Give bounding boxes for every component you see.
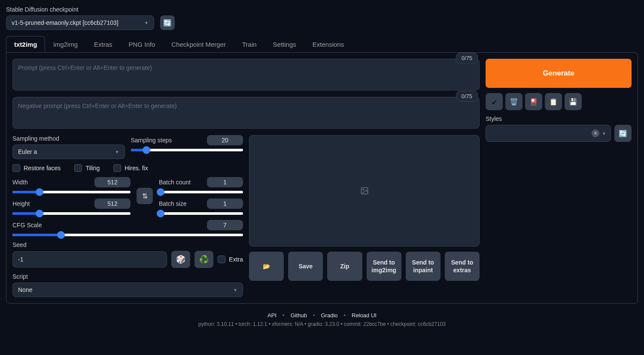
clear-styles-icon[interactable]: × [592,129,599,137]
checkpoint-value: v1-5-pruned-emaonly.ckpt [cc6cb27103] [12,19,118,26]
batch-count-slider[interactable] [159,191,243,193]
prompt-input[interactable] [12,59,480,90]
sampling-steps-label: Sampling steps [131,137,172,144]
cfg-scale-label: CFG Scale [12,222,42,229]
output-image-area [249,135,480,247]
cfg-scale-slider[interactable] [12,234,243,236]
sampling-steps-slider[interactable] [131,149,243,151]
checkpoint-label: Stable Diffusion checkpoint [6,6,154,13]
image-icon [360,187,369,195]
tab-extensions[interactable]: Extensions [304,36,352,52]
generate-button[interactable]: Generate [486,59,632,88]
height-value[interactable]: 512 [94,199,131,209]
batch-size-label: Batch size [159,200,187,207]
clear-prompt-button[interactable]: 🗑️ [505,93,522,110]
batch-count-value[interactable]: 1 [207,177,243,187]
send-to-extras-button[interactable]: Send to extras [445,252,480,281]
batch-count-label: Batch count [159,179,191,186]
script-label: Script [12,273,243,280]
open-folder-button[interactable]: 📂 [249,252,284,281]
batch-size-slider[interactable] [159,212,243,215]
cfg-scale-value[interactable]: 7 [207,220,243,230]
footer-link-github[interactable]: Github [291,312,307,319]
arrow-icon: ↙ [492,98,497,106]
swap-dimensions-button[interactable]: ⇅ [137,188,153,204]
chevron-down-icon: ▼ [233,288,237,292]
extra-seed-label: Extra [229,256,243,263]
swap-icon: ⇅ [142,192,148,200]
negative-prompt-input[interactable] [12,97,480,129]
restore-faces-label: Restore faces [24,165,61,171]
script-select[interactable]: None ▼ [12,283,243,297]
sampling-method-value: Euler a [18,148,37,155]
svg-point-1 [362,189,364,190]
batch-size-value[interactable]: 1 [207,199,243,209]
neg-prompt-token-count: 0/75 [456,91,478,102]
refresh-checkpoint-button[interactable]: 🔄 [160,15,175,30]
width-label: Width [12,179,28,186]
styles-select[interactable]: × ▼ [486,125,611,142]
tab-txt2img[interactable]: txt2img [6,36,45,52]
refresh-icon: 🔄 [619,129,627,138]
dice-icon: 🎲 [176,255,185,264]
tab-settings[interactable]: Settings [265,36,304,52]
folder-icon: 📂 [263,263,270,270]
tab-img2img[interactable]: img2img [45,36,86,52]
styles-label: Styles [486,115,632,122]
chevron-down-icon: ▼ [144,21,149,25]
footer-link-reload-ui[interactable]: Reload UI [352,312,377,319]
apply-styles-button[interactable]: 🔄 [614,125,632,142]
sampling-method-label: Sampling method [12,135,125,142]
chevron-down-icon: ▼ [602,131,606,136]
restore-faces-checkbox[interactable] [12,164,20,172]
tiling-checkbox[interactable] [74,164,82,172]
save-icon: 💾 [569,98,577,106]
clipboard-icon: 📋 [549,98,558,106]
seed-input[interactable] [12,251,167,268]
sampling-steps-value[interactable]: 20 [207,135,243,145]
tiling-label: Tiling [85,165,100,171]
random-seed-button[interactable]: 🎲 [171,251,190,268]
checkpoint-select[interactable]: v1-5-pruned-emaonly.ckpt [cc6cb27103] ▼ [6,15,154,30]
extra-seed-checkbox[interactable] [218,256,225,263]
main-tabs: txt2img img2img Extras PNG Info Checkpoi… [6,36,638,52]
tab-extras[interactable]: Extras [86,36,121,52]
height-label: Height [12,200,30,207]
paste-button[interactable]: 📋 [545,93,562,110]
recycle-icon: ♻️ [199,255,209,264]
sampling-method-select[interactable]: Euler a ▼ [12,144,125,159]
save-button[interactable]: Save [288,252,323,281]
height-slider[interactable] [12,212,131,215]
zip-button[interactable]: Zip [327,252,362,281]
footer-links: API • Github • Gradio • Reload UI [6,312,638,319]
prompt-token-count: 0/75 [456,53,478,63]
tab-train[interactable]: Train [234,36,265,52]
chevron-down-icon: ▼ [115,150,119,154]
hires-fix-checkbox[interactable] [113,164,121,172]
width-slider[interactable] [12,191,131,193]
footer-link-api[interactable]: API [267,312,276,319]
reuse-seed-button[interactable]: ♻️ [194,251,213,268]
refresh-icon: 🔄 [163,19,172,27]
footer-link-gradio[interactable]: Gradio [321,312,338,319]
send-to-inpaint-button[interactable]: Send to inpaint [406,252,440,281]
send-to-img2img-button[interactable]: Send to img2img [367,252,401,281]
save-style-button[interactable]: 💾 [565,93,582,110]
trash-icon: 🗑️ [510,98,518,106]
extra-networks-button[interactable]: 🎴 [525,93,542,110]
tab-png-info[interactable]: PNG Info [121,36,164,52]
card-icon: 🎴 [529,98,538,106]
width-value[interactable]: 512 [94,177,131,187]
interrogate-button[interactable]: ↙ [486,93,503,110]
tab-checkpoint-merger[interactable]: Checkpoint Merger [163,36,234,52]
script-value: None [18,286,32,293]
seed-label: Seed [12,241,243,248]
footer-meta: python: 3.10.11 • torch: 1.12.1 • xforme… [6,321,638,327]
hires-fix-label: Hires. fix [125,165,148,171]
